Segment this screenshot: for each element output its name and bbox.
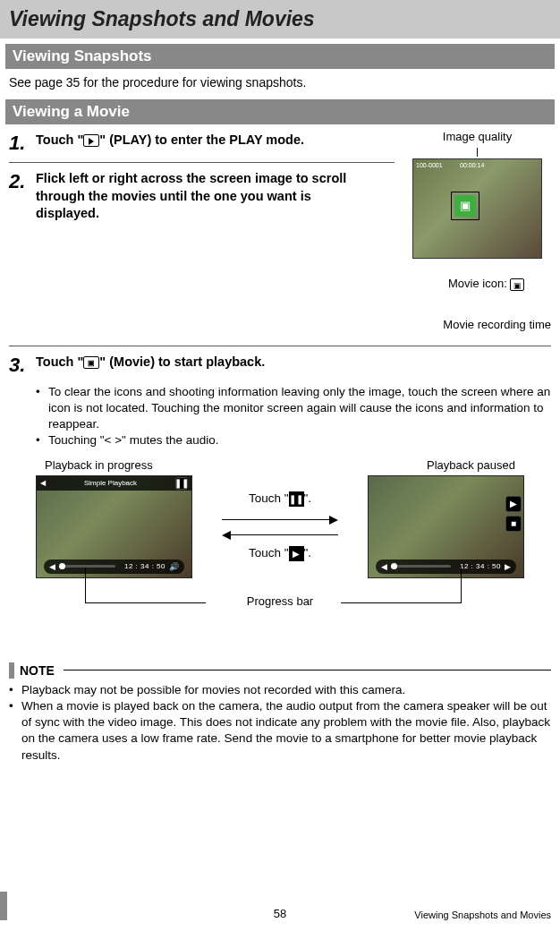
play-control-icon: ▶	[505, 496, 522, 512]
time-display-left: 12 : 34 : 50	[124, 562, 165, 570]
progress-strip-left: ◀ 12 : 34 : 50 🔊	[44, 559, 184, 574]
step-1-text: Touch "" (PLAY) to enter the PLAY mode.	[36, 132, 395, 155]
step-3-bullets: To clear the icons and shooting informat…	[36, 384, 551, 449]
playback-header-text: Simple Playback	[84, 476, 137, 491]
note-item-1: Playback may not be possible for movies …	[9, 682, 551, 698]
note-item-2: When a movie is played back on the camer…	[9, 698, 551, 764]
prev-icon: ◀	[381, 562, 387, 571]
speaker-icon: 🔊	[169, 562, 179, 571]
divider	[9, 162, 395, 163]
time-display-right: 12 : 34 : 50	[460, 562, 501, 570]
callout-line-icon	[477, 148, 478, 157]
step-1: 1. Touch "" (PLAY) to enter the PLAY mod…	[9, 132, 395, 155]
playback-header-strip: ◀Simple Playback❚❚	[37, 476, 191, 491]
movie-recording-time-label: Movie recording time	[403, 318, 551, 331]
step-1-number: 1.	[9, 132, 36, 155]
progress-bar-track	[59, 565, 115, 568]
touch-play-suffix: ".	[304, 546, 312, 559]
image-quality-label: Image quality	[443, 130, 512, 143]
sample-movie-thumbnail: 100-0001 00:00:14 ▣	[412, 158, 542, 259]
pause-icon: ❚❚	[289, 491, 304, 507]
step-2-text: Flick left or right across the screen im…	[36, 170, 358, 223]
step-3-bullet-2: Touching "< >" mutes the audio.	[36, 432, 551, 448]
progress-bar-callout: Progress bar	[9, 594, 551, 630]
play-icon	[83, 134, 99, 147]
footer-section-name: Viewing Snapshots and Movies	[414, 910, 551, 920]
note-block: NOTE Playback may not be possible for mo…	[9, 662, 551, 764]
playback-in-progress-label: Playback in progress	[45, 458, 153, 472]
movie-icon-glyph: ▣	[510, 278, 524, 291]
page-title: Viewing Snapshots and Movies	[9, 7, 551, 31]
next-icon: ▶	[505, 562, 511, 571]
step-3-bullet-1: To clear the icons and shooting informat…	[36, 384, 551, 433]
arrow-left-icon	[198, 527, 362, 541]
note-marker-icon	[9, 662, 14, 679]
playback-paused-label: Playback paused	[427, 458, 515, 472]
play-square-icon: ▶	[289, 546, 304, 561]
step-3-number: 3.	[9, 354, 36, 377]
prev-icon: ◀	[49, 562, 55, 571]
step-1-before: Touch "	[36, 132, 83, 147]
step-1-after: " (PLAY) to enter the PLAY mode.	[99, 132, 304, 147]
touch-pause-suffix: ".	[304, 491, 312, 505]
step-2-number: 2.	[9, 170, 36, 223]
step-3-after: " (Movie) to start playback.	[99, 354, 265, 369]
arrow-right-icon	[198, 512, 362, 525]
stop-control-icon: ■	[505, 516, 522, 532]
playback-comparison: Playback in progress Playback paused ◀Si…	[9, 458, 551, 630]
note-rule	[64, 670, 551, 670]
step-2: 2. Flick left or right across the screen…	[9, 170, 395, 223]
movie-icon-inline: ▣	[83, 356, 99, 369]
progress-strip-right: ◀ 12 : 34 : 50 ▶	[376, 559, 516, 574]
step-3: 3. Touch "▣" (Movie) to start playback.	[9, 354, 551, 377]
section-viewing-movie: Viewing a Movie	[5, 99, 555, 124]
image-annotation-panel: Image quality 100-0001 00:00:14 ▣ Movie …	[403, 130, 551, 331]
movie-icon-label-text: Movie icon:	[448, 277, 510, 290]
section-viewing-snapshots: Viewing Snapshots	[5, 44, 555, 69]
snapshots-text: See page 35 for the procedure for viewin…	[9, 74, 551, 90]
step-3-text: Touch "▣" (Movie) to start playback.	[36, 354, 551, 377]
touch-pause-prefix: Touch "	[249, 491, 289, 505]
title-bar: Viewing Snapshots and Movies	[0, 0, 560, 38]
progress-bar-label: Progress bar	[242, 594, 318, 608]
playback-transition-arrows: Touch "❚❚". Touch "▶".	[192, 486, 368, 567]
movie-icon: ▣	[454, 195, 476, 217]
playback-paused-screenshot: ▶ ■ ◀ 12 : 34 : 50 ▶	[368, 475, 524, 578]
footer-accent-bar	[0, 892, 7, 920]
page-footer: 58 Viewing Snapshots and Movies	[9, 907, 551, 920]
step-3-before: Touch "	[36, 354, 83, 369]
thumbnail-info-strip: 100-0001 00:00:14	[416, 162, 484, 168]
divider	[9, 346, 551, 346]
progress-bar-track	[391, 565, 451, 568]
pause-small-icon: ❚❚	[175, 477, 188, 490]
playback-in-progress-screenshot: ◀Simple Playback❚❚ ◀ 12 : 34 : 50 🔊	[36, 475, 192, 578]
note-title: NOTE	[20, 663, 55, 678]
touch-play-prefix: Touch "	[249, 546, 289, 559]
